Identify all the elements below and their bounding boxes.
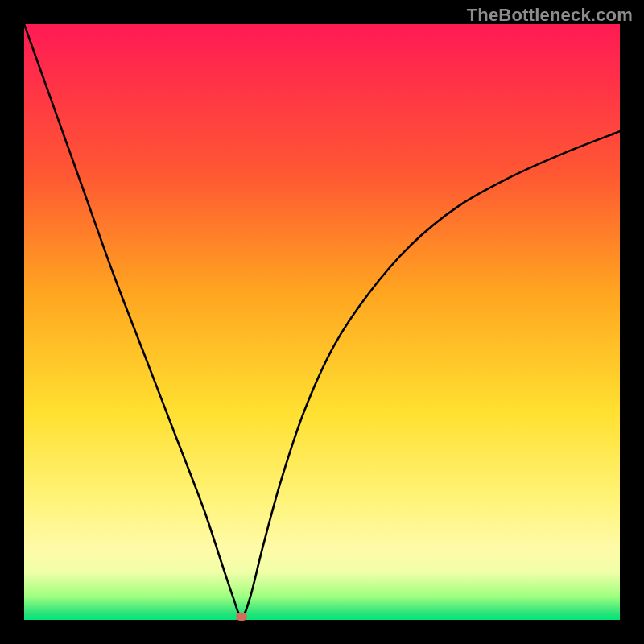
chart-frame: TheBottleneck.com <box>0 0 644 644</box>
bottleneck-curve <box>24 24 620 617</box>
plot-area <box>24 24 620 620</box>
curve-svg <box>24 24 620 620</box>
optimum-marker <box>236 613 247 621</box>
watermark-text: TheBottleneck.com <box>467 5 633 26</box>
